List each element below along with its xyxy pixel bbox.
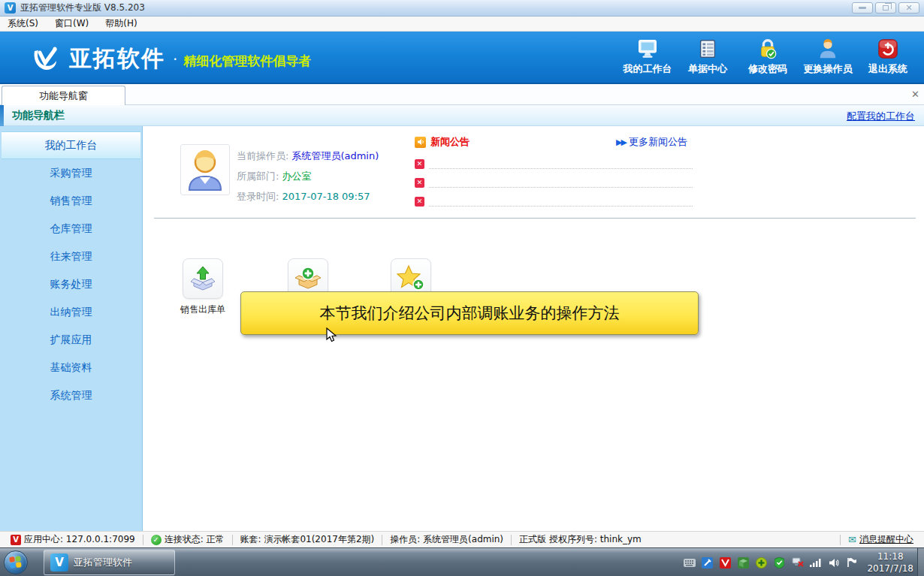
- monitor-icon: [636, 38, 659, 60]
- taskbar-app-button[interactable]: V 亚拓管理软件: [44, 550, 175, 575]
- app-logo-icon: V: [5, 2, 16, 14]
- workspace: 当前操作员: 系统管理员(admin) 所属部门: 办公室 登录时间: 2017…: [143, 126, 924, 531]
- tab-close-icon[interactable]: ✕: [911, 89, 919, 100]
- yatuo-tray-icon[interactable]: [719, 556, 732, 569]
- app-header: 亚拓软件 · 精细化管理软件倡导者 我的工作台: [0, 32, 924, 84]
- change-password-label: 修改密码: [748, 62, 787, 76]
- user-icon: [817, 38, 839, 60]
- taskbar-app-label: 亚拓管理软件: [74, 556, 132, 569]
- system-tray: [683, 548, 858, 576]
- brand-separator: ·: [173, 50, 177, 68]
- menu-help[interactable]: 帮助(H): [105, 17, 137, 30]
- status-operator: 操作员: 系统管理员(admin): [382, 533, 511, 546]
- tutorial-banner: 本节我们介绍公司内部调账业务的操作方法: [240, 291, 699, 335]
- minimize-button[interactable]: [852, 2, 873, 14]
- windows-logo-icon: [9, 556, 23, 569]
- tab-function-navigation[interactable]: 功能导航窗: [2, 86, 125, 105]
- account-set-text: 账套: 演示帐套01(2017年第2期): [240, 533, 375, 546]
- news-item[interactable]: ✕: [415, 150, 693, 169]
- sidebar-item-contacts[interactable]: 往来管理: [0, 243, 142, 270]
- brand-name: 亚拓软件: [69, 44, 165, 74]
- network-error-icon[interactable]: [791, 556, 804, 569]
- restore-button[interactable]: [875, 2, 896, 14]
- status-bar: V 应用中心: 127.0.0.1:7099 ✓ 连接状态: 正常 账套: 演示…: [0, 531, 924, 547]
- exit-system-button[interactable]: 退出系统: [858, 36, 918, 81]
- shield-icon[interactable]: [773, 556, 786, 569]
- application-window: V 亚拓管理软件专业版 V8.5.203 ✕ 系统(S) 窗口(W) 帮助(H)…: [0, 0, 924, 576]
- sidebar-item-extensions[interactable]: 扩展应用: [0, 326, 142, 354]
- sidebar-item-system[interactable]: 系统管理: [0, 381, 142, 409]
- sidebar-item-my-workbench[interactable]: 我的工作台: [2, 131, 140, 159]
- tutorial-banner-text: 本节我们介绍公司内部调账业务的操作方法: [320, 303, 620, 324]
- close-button[interactable]: ✕: [898, 2, 919, 14]
- license-text: 正式版 授权序列号: think_ym: [519, 533, 642, 546]
- sidebar-item-base-data[interactable]: 基础资料: [0, 354, 142, 381]
- announcement-speaker-icon: [415, 137, 426, 148]
- show-desktop-button[interactable]: [917, 548, 924, 576]
- power-icon: [877, 38, 899, 60]
- news-item[interactable]: ✕: [415, 188, 693, 207]
- more-news-link[interactable]: ▶▶ 更多新闻公告: [616, 135, 687, 149]
- double-arrow-icon: ▶▶: [616, 137, 626, 147]
- exit-system-label: 退出系统: [868, 62, 907, 76]
- shortcut-label: 销售出库单: [169, 303, 237, 316]
- sidebar-item-accounting[interactable]: 账务处理: [0, 270, 142, 298]
- windows-taskbar: V 亚拓管理软件: [0, 547, 924, 576]
- clock-time: 11:18: [867, 550, 913, 562]
- nav-accent-bar: [0, 105, 4, 126]
- shortcut-sale-outbound[interactable]: [183, 258, 223, 299]
- connection-ok-icon: ✓: [151, 535, 162, 545]
- signal-bars-icon[interactable]: [809, 556, 822, 569]
- nav-title: 功能导航栏: [12, 109, 65, 122]
- my-workbench-button[interactable]: 我的工作台: [618, 36, 678, 81]
- title-bar: V 亚拓管理软件专业版 V8.5.203 ✕: [0, 0, 924, 17]
- sidebar-item-cashier[interactable]: 出纳管理: [0, 298, 142, 326]
- status-operator-text: 操作员: 系统管理员(admin): [390, 533, 503, 546]
- speaker-icon[interactable]: [827, 556, 840, 569]
- sidebar-item-purchase[interactable]: 采购管理: [0, 159, 142, 187]
- connection-text: 连接状态: 正常: [165, 533, 225, 546]
- user-info: 当前操作员: 系统管理员(admin) 所属部门: 办公室 登录时间: 2017…: [237, 146, 379, 207]
- add-box-icon: [293, 264, 323, 294]
- department-value: 办公室: [282, 170, 311, 183]
- star-add-icon: [395, 264, 427, 294]
- change-password-button[interactable]: 修改密码: [738, 36, 798, 81]
- news-bullet-icon: ✕: [415, 159, 424, 169]
- switch-operator-button[interactable]: 更换操作员: [798, 36, 858, 81]
- clock-date: 2017/7/18: [867, 562, 913, 574]
- switch-operator-label: 更换操作员: [804, 62, 853, 76]
- mouse-cursor: [326, 327, 338, 344]
- brand-slogan: 精细化管理软件倡导者: [183, 48, 311, 70]
- green-box-icon[interactable]: [737, 556, 750, 569]
- status-license: 正式版 授权序列号: think_ym: [512, 533, 649, 546]
- my-workbench-label: 我的工作台: [624, 62, 672, 76]
- start-button[interactable]: [4, 550, 28, 574]
- login-time-label: 登录时间:: [237, 190, 279, 204]
- document-center-button[interactable]: 单据中心: [678, 36, 738, 81]
- window-title: 亚拓管理软件专业版 V8.5.203: [20, 2, 145, 14]
- keyboard-icon[interactable]: [683, 556, 696, 569]
- sidebar-item-warehouse[interactable]: 仓库管理: [0, 215, 142, 243]
- yatuo-status-icon: V: [11, 535, 21, 545]
- flag-icon[interactable]: [845, 556, 858, 569]
- menu-window[interactable]: 窗口(W): [55, 17, 89, 30]
- news-item[interactable]: ✕: [415, 169, 693, 188]
- avatar-person-icon: [185, 148, 225, 191]
- sale-outbound-box-icon: [188, 264, 218, 294]
- taskbar-clock[interactable]: 11:18 2017/7/18: [867, 550, 913, 574]
- sidebar-item-sales[interactable]: 销售管理: [0, 187, 142, 215]
- status-app-center: V 应用中心: 127.0.0.1:7099: [3, 533, 143, 546]
- content-divider: [154, 218, 916, 219]
- input-tool-icon[interactable]: [701, 556, 714, 569]
- more-news-label: 更多新闻公告: [629, 135, 687, 149]
- yatuo-logo-icon: [30, 45, 60, 74]
- lock-check-icon: [756, 38, 779, 60]
- message-center-link[interactable]: ✉ 消息提醒中心: [841, 533, 921, 546]
- news-dotted-line: [429, 174, 693, 188]
- news-panel: 新闻公告 ▶▶ 更多新闻公告 ✕ ✕ ✕: [415, 134, 693, 207]
- configure-workbench-link[interactable]: 配置我的工作台: [847, 110, 915, 123]
- login-time-value: 2017-07-18 09:57: [282, 191, 370, 202]
- antivirus-plus-icon[interactable]: [755, 556, 768, 569]
- document-list-icon: [696, 38, 719, 60]
- menu-system[interactable]: 系统(S): [8, 17, 38, 30]
